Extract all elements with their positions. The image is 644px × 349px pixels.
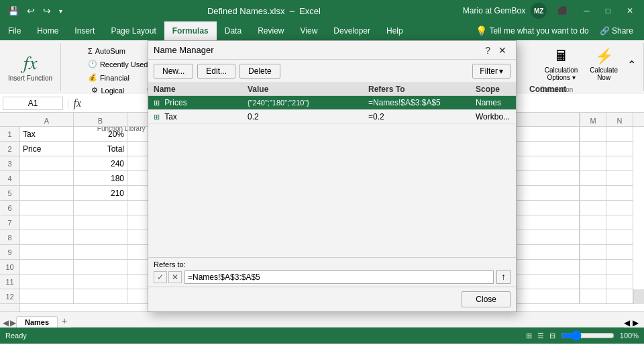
cell-b2[interactable]: Total [74, 142, 127, 156]
refers-to-expand-btn[interactable]: ↑ [496, 270, 511, 284]
sheet-tab-names[interactable]: Names [16, 316, 58, 328]
cell-n10[interactable] [606, 260, 633, 275]
zoom-slider[interactable] [561, 330, 614, 341]
cell-m10[interactable] [580, 260, 606, 275]
cell-b8[interactable] [74, 230, 127, 245]
new-name-btn[interactable]: New... [154, 64, 193, 79]
cell-a3[interactable] [20, 156, 74, 171]
cell-b9[interactable] [74, 245, 127, 260]
cell-b6[interactable] [74, 201, 127, 215]
tab-home[interactable]: Home [29, 21, 66, 40]
cell-n9[interactable] [606, 245, 633, 260]
cell-m8[interactable] [580, 230, 606, 245]
undo-btn[interactable]: ↩ [24, 4, 38, 17]
cell-b11[interactable] [74, 275, 127, 289]
cell-m1[interactable] [580, 127, 606, 142]
collapse-btn[interactable]: ⌃ [625, 56, 638, 73]
scroll-right-btn[interactable]: ▶ [10, 318, 16, 328]
ribbon-toggle-btn[interactable]: ⬛ [552, 3, 573, 18]
cell-m3[interactable] [580, 156, 606, 171]
tab-review[interactable]: Review [250, 21, 292, 40]
cell-n7[interactable] [606, 215, 633, 230]
cell-b10[interactable] [74, 260, 127, 275]
grid-icon: ⊞ [526, 332, 532, 340]
cell-a7[interactable] [20, 215, 74, 230]
cell-b4[interactable]: 180 [74, 171, 127, 186]
cell-m7[interactable] [580, 215, 606, 230]
cell-a12[interactable] [20, 289, 74, 304]
scroll-left-btn-2[interactable]: ◀ [624, 318, 630, 328]
refers-to-check-btn[interactable]: ✓ [154, 271, 167, 283]
refers-to-cancel-btn[interactable]: ✕ [168, 271, 182, 283]
cell-m12[interactable] [580, 289, 606, 304]
cell-n1[interactable] [606, 127, 633, 142]
cell-n12[interactable] [606, 289, 633, 304]
tab-developer[interactable]: Developer [325, 21, 378, 40]
cell-b7[interactable] [74, 215, 127, 230]
cell-a11[interactable] [20, 275, 74, 289]
close-btn[interactable]: ✕ [621, 3, 639, 18]
tab-insert[interactable]: Insert [66, 21, 103, 40]
tab-page-layout[interactable]: Page Layout [103, 21, 164, 40]
cell-a5[interactable] [20, 186, 74, 201]
cell-b5[interactable]: 210 [74, 186, 127, 201]
cell-a4[interactable] [20, 171, 74, 186]
cell-n3[interactable] [606, 156, 633, 171]
minimize-btn[interactable]: ─ [578, 3, 595, 18]
share-btn[interactable]: 🔗 Share [594, 23, 639, 38]
tab-data[interactable]: Data [217, 21, 250, 40]
tab-view[interactable]: View [292, 21, 326, 40]
redo-btn[interactable]: ↪ [40, 4, 54, 17]
dialog-help-btn[interactable]: ? [481, 44, 494, 57]
save-icon[interactable]: 💾 [5, 5, 21, 17]
cell-m4[interactable] [580, 171, 606, 186]
cell-a2[interactable]: Price [20, 142, 74, 156]
add-sheet-btn[interactable]: + [58, 314, 71, 328]
cell-m6[interactable] [580, 201, 606, 215]
edit-name-btn[interactable]: Edit... [197, 64, 235, 79]
cell-a8[interactable] [20, 230, 74, 245]
insert-function-button[interactable]: 𝑓𝑥 Insert Function [5, 50, 55, 85]
cell-b12[interactable] [74, 289, 127, 304]
cell-n5[interactable] [606, 186, 633, 201]
logical-icon: ⚙ [91, 86, 98, 95]
cell-n6[interactable] [606, 201, 633, 215]
cell-b3[interactable]: 240 [74, 156, 127, 171]
name-manager-dialog[interactable]: Name Manager ? ✕ New... Edit... Delete F… [148, 40, 517, 312]
insert-function-icon: 𝑓𝑥 [23, 52, 37, 74]
cell-n4[interactable] [606, 171, 633, 186]
cell-n8[interactable] [606, 230, 633, 245]
tab-formulas[interactable]: Formulas [164, 21, 217, 40]
tax-label: Tax [164, 112, 177, 121]
logical-btn[interactable]: ⚙ Logical ▾ [87, 84, 156, 97]
refers-to-input[interactable] [184, 270, 494, 284]
tab-help[interactable]: Help [378, 21, 411, 40]
cell-b1[interactable]: 20% [74, 127, 127, 142]
qat-dropdown[interactable]: ▾ [56, 6, 65, 16]
list-item[interactable]: ⊞ Tax 0.2 =0.2 Workbo... [148, 110, 516, 124]
delete-name-btn[interactable]: Delete [239, 64, 280, 79]
name-box[interactable] [3, 97, 63, 110]
help-icon[interactable]: 💡 [476, 26, 487, 36]
list-item[interactable]: ⊞ Prices {"240";"180";"210"} =Names!$A$3… [148, 96, 516, 110]
dialog-close-button[interactable]: Close [462, 291, 511, 307]
tell-me-input[interactable]: Tell me what you want to do [490, 26, 589, 36]
cell-m9[interactable] [580, 245, 606, 260]
cell-n2[interactable] [606, 142, 633, 156]
filter-btn[interactable]: Filter ▾ [472, 64, 511, 79]
cell-a1[interactable]: Tax [20, 127, 74, 142]
cell-m11[interactable] [580, 275, 606, 289]
cell-m5[interactable] [580, 186, 606, 201]
dialog-close-x-btn[interactable]: ✕ [494, 44, 511, 57]
cell-n11[interactable] [606, 275, 633, 289]
calculate-now-btn[interactable]: ⚡ CalculateNow [585, 44, 623, 85]
cell-a9[interactable] [20, 245, 74, 260]
cell-a6[interactable] [20, 201, 74, 215]
tab-file[interactable]: File [0, 21, 29, 40]
cell-a10[interactable] [20, 260, 74, 275]
scroll-left-btn[interactable]: ◀ [3, 318, 9, 328]
maximize-btn[interactable]: □ [600, 3, 616, 18]
cell-m2[interactable] [580, 142, 606, 156]
scroll-right-btn-2[interactable]: ▶ [633, 318, 639, 328]
calculation-options-btn[interactable]: 🖩 CalculationOptions ▾ [540, 44, 582, 85]
